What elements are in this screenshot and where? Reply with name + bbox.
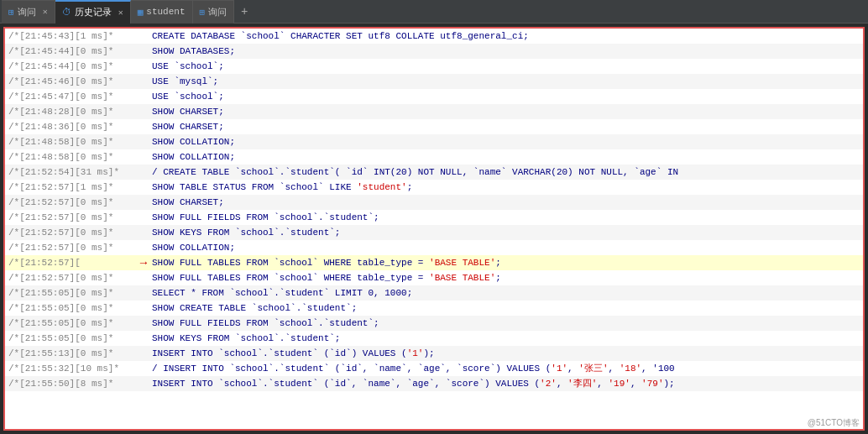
query-icon: ⊞ [8, 7, 14, 18]
log-sql: / INSERT INTO `school`.`student` (`id`, … [152, 361, 863, 376]
log-row[interactable]: /*[21:52:57][0 ms]* SHOW KEYS FROM `scho… [5, 225, 863, 240]
log-sql: USE `school`; [152, 59, 863, 74]
log-timestamp: /*[21:52:57][0 ms]* [5, 210, 135, 225]
log-sql: SHOW CHARSET; [152, 119, 863, 134]
log-timestamp: /*[21:55:05][0 ms]* [5, 301, 135, 316]
content-area[interactable]: /*[21:45:43][1 ms]* CREATE DATABASE `sch… [3, 27, 865, 431]
watermark: @51CTO博客 [808, 417, 860, 429]
tab-history[interactable]: ⏱ 历史记录 ✕ [55, 0, 131, 24]
log-sql: INSERT INTO `school`.`student` (`id`, `n… [152, 376, 863, 391]
app-container: ⊞ 询问 ✕ ⏱ 历史记录 ✕ ▦ student ⊞ 询问 + /*[21:4… [0, 0, 868, 434]
log-sql: SHOW DATABASES; [152, 44, 863, 59]
close-icon[interactable]: ✕ [43, 7, 48, 17]
log-timestamp: /*[21:55:05][0 ms]* [5, 316, 135, 331]
log-sql: SHOW KEYS FROM `school`.`student`; [152, 331, 863, 346]
log-sql: SHOW COLLATION; [152, 240, 863, 255]
log-timestamp: /*[21:55:32][10 ms]* [5, 361, 135, 376]
log-timestamp: /*[21:45:43][1 ms]* [5, 29, 135, 44]
log-sql: CREATE DATABASE `school` CHARACTER SET u… [152, 29, 863, 44]
log-timestamp: /*[21:48:58][0 ms]* [5, 134, 135, 149]
log-sql: SHOW CHARSET; [152, 104, 863, 119]
log-row[interactable]: /*[21:55:05][0 ms]* SHOW FULL FIELDS FRO… [5, 316, 863, 331]
log-row[interactable]: /*[21:55:13][0 ms]* INSERT INTO `school`… [5, 346, 863, 361]
log-row[interactable]: /*[21:52:57][→ SHOW FULL TABLES FROM `sc… [5, 255, 863, 270]
log-row[interactable]: /*[21:55:05][0 ms]* SHOW KEYS FROM `scho… [5, 331, 863, 346]
log-timestamp: /*[21:55:50][8 ms]* [5, 376, 135, 391]
log-row[interactable]: /*[21:52:57][0 ms]* SHOW COLLATION; [5, 240, 863, 255]
log-row[interactable]: /*[21:52:57][0 ms]* SHOW FULL TABLES FRO… [5, 270, 863, 285]
log-row[interactable]: /*[21:45:46][0 ms]* USE `mysql`; [5, 74, 863, 89]
log-row[interactable]: /*[21:55:05][0 ms]* SHOW CREATE TABLE `s… [5, 301, 863, 316]
log-timestamp: /*[21:55:05][0 ms]* [5, 331, 135, 346]
add-tab-button[interactable]: + [234, 2, 254, 22]
log-sql: SHOW FULL FIELDS FROM `school`.`student`… [152, 210, 863, 225]
log-row[interactable]: /*[21:48:58][0 ms]* SHOW COLLATION; [5, 134, 863, 149]
log-timestamp: /*[21:55:05][0 ms]* [5, 285, 135, 301]
log-sql: SHOW CREATE TABLE `school`.`student`; [152, 301, 863, 316]
log-row[interactable]: /*[21:52:57][1 ms]* SHOW TABLE STATUS FR… [5, 180, 863, 195]
log-timestamp: /*[21:52:57][0 ms]* [5, 225, 135, 240]
log-timestamp: /*[21:45:44][0 ms]* [5, 59, 135, 74]
tab-query1[interactable]: ⊞ 询问 ✕ [2, 0, 55, 24]
log-timestamp: /*[21:52:54][31 ms]* [5, 165, 135, 180]
log-row[interactable]: /*[21:45:44][0 ms]* SHOW DATABASES; [5, 44, 863, 59]
log-sql: SHOW COLLATION; [152, 149, 863, 165]
log-timestamp: /*[21:52:57][0 ms]* [5, 270, 135, 285]
log-row[interactable]: /*[21:48:28][0 ms]* SHOW CHARSET; [5, 104, 863, 119]
log-sql: SHOW CHARSET; [152, 195, 863, 210]
log-sql: / CREATE TABLE `school`.`student`( `id` … [152, 165, 863, 180]
log-timestamp: /*[21:45:47][0 ms]* [5, 89, 135, 104]
log-row[interactable]: /*[21:45:43][1 ms]* CREATE DATABASE `sch… [5, 29, 863, 44]
tab-label: 历史记录 [75, 6, 112, 18]
log-list: /*[21:45:43][1 ms]* CREATE DATABASE `sch… [5, 29, 863, 391]
log-timestamp: /*[21:48:36][0 ms]* [5, 119, 135, 134]
log-arrow: → [135, 255, 152, 270]
log-row[interactable]: /*[21:55:50][8 ms]* INSERT INTO `school`… [5, 376, 863, 391]
log-row[interactable]: /*[21:52:54][31 ms]*/ CREATE TABLE `scho… [5, 165, 863, 180]
log-sql: SHOW TABLE STATUS FROM `school` LIKE 'st… [152, 180, 863, 195]
history-icon: ⏱ [62, 7, 71, 18]
log-timestamp: /*[21:52:57][1 ms]* [5, 180, 135, 195]
log-timestamp: /*[21:52:57][0 ms]* [5, 195, 135, 210]
log-row[interactable]: /*[21:55:32][10 ms]*/ INSERT INTO `schoo… [5, 361, 863, 376]
log-row[interactable]: /*[21:45:47][0 ms]* USE `school`; [5, 89, 863, 104]
log-row[interactable]: /*[21:55:05][0 ms]* SELECT * FROM `schoo… [5, 285, 863, 301]
log-sql: SHOW FULL TABLES FROM `school` WHERE tab… [152, 255, 863, 270]
tab-label: 询问 [18, 6, 36, 18]
tab-bar: ⊞ 询问 ✕ ⏱ 历史记录 ✕ ▦ student ⊞ 询问 + [0, 0, 868, 24]
log-sql: INSERT INTO `school`.`student` (`id`) VA… [152, 346, 863, 361]
log-sql: USE `mysql`; [152, 74, 863, 89]
log-row[interactable]: /*[21:52:57][0 ms]* SHOW CHARSET; [5, 195, 863, 210]
log-timestamp: /*[21:48:58][0 ms]* [5, 149, 135, 165]
tab-label: student [146, 7, 185, 17]
log-sql: SELECT * FROM `school`.`student` LIMIT 0… [152, 285, 863, 301]
query-icon: ⊞ [200, 7, 206, 18]
log-timestamp: /*[21:52:57][0 ms]* [5, 240, 135, 255]
log-sql: SHOW FULL FIELDS FROM `school`.`student`… [152, 316, 863, 331]
tab-query2[interactable]: ⊞ 询问 [193, 0, 235, 24]
log-sql: SHOW FULL TABLES FROM `school` WHERE tab… [152, 270, 863, 285]
table-icon: ▦ [138, 7, 144, 18]
log-row[interactable]: /*[21:48:58][0 ms]* SHOW COLLATION; [5, 149, 863, 165]
log-row[interactable]: /*[21:45:44][0 ms]* USE `school`; [5, 59, 863, 74]
close-icon[interactable]: ✕ [118, 8, 123, 18]
log-timestamp: /*[21:55:13][0 ms]* [5, 346, 135, 361]
log-sql: SHOW KEYS FROM `school`.`student`; [152, 225, 863, 240]
log-sql: USE `school`; [152, 89, 863, 104]
log-timestamp: /*[21:45:46][0 ms]* [5, 74, 135, 89]
log-timestamp: /*[21:48:28][0 ms]* [5, 104, 135, 119]
log-sql: SHOW COLLATION; [152, 134, 863, 149]
log-timestamp: /*[21:45:44][0 ms]* [5, 44, 135, 59]
log-timestamp: /*[21:52:57][ [5, 255, 135, 270]
tab-label: 询问 [208, 6, 227, 18]
arrow-right-icon: → [140, 255, 147, 270]
log-row[interactable]: /*[21:52:57][0 ms]* SHOW FULL FIELDS FRO… [5, 210, 863, 225]
log-row[interactable]: /*[21:48:36][0 ms]* SHOW CHARSET; [5, 119, 863, 134]
tab-student[interactable]: ▦ student [131, 0, 193, 24]
